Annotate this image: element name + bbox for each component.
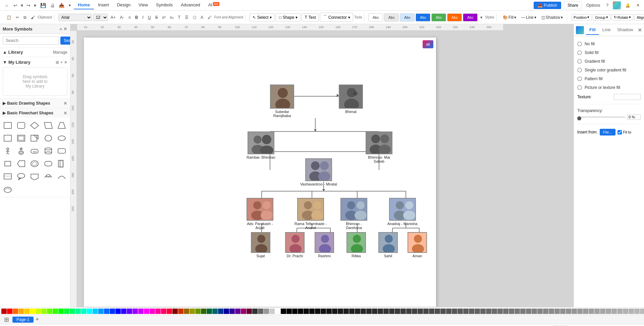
line-button[interactable]: — Line ▾	[519, 14, 538, 20]
color-swatch[interactable]	[1, 309, 7, 314]
nav-design[interactable]: Design	[113, 1, 135, 9]
color-swatch[interactable]	[440, 309, 446, 314]
color-swatch[interactable]	[110, 309, 115, 314]
color-swatch[interactable]	[258, 309, 263, 314]
save-button[interactable]: 💾	[39, 2, 47, 9]
close-library-button[interactable]: ✕	[64, 60, 67, 65]
redo-dropdown[interactable]: ▾	[33, 2, 38, 9]
color-swatch[interactable]	[412, 309, 417, 314]
font-family-select[interactable]: Arial	[58, 14, 92, 21]
align-button[interactable]: ≡	[127, 14, 132, 21]
list-button[interactable]: ☰	[183, 14, 190, 21]
color-swatch[interactable]	[577, 309, 583, 314]
new-library-button[interactable]: ⊞	[56, 60, 59, 65]
color-swatch[interactable]	[98, 309, 104, 314]
color-swatch[interactable]	[286, 309, 292, 314]
color-swatch[interactable]	[161, 309, 166, 314]
color-swatch[interactable]	[463, 309, 469, 314]
color-swatch[interactable]	[554, 309, 560, 314]
color-swatch[interactable]	[617, 309, 623, 314]
color-swatch[interactable]	[532, 309, 537, 314]
basic-flowchart-shapes-header[interactable]: ▶ Basic Flowchart Shapes ✕	[0, 108, 70, 118]
shape-tool-button[interactable]: □ Shape ▾	[276, 13, 301, 21]
nav-advanced[interactable]: Advanced	[177, 1, 204, 9]
shape-cloud[interactable]	[43, 171, 54, 182]
shape-parallelogram[interactable]	[43, 120, 54, 131]
font-color-button[interactable]: A	[199, 14, 205, 21]
color-swatch[interactable]	[583, 309, 588, 314]
color-swatch[interactable]	[515, 309, 520, 314]
shape-parallelogram2[interactable]	[2, 132, 13, 144]
color-swatch[interactable]	[224, 309, 229, 314]
shape-bracket[interactable]	[2, 158, 13, 169]
style-sample-1[interactable]: Abc	[368, 13, 383, 21]
select-tool-button[interactable]: ↖ Select ▾	[250, 13, 275, 21]
color-swatch[interactable]	[452, 309, 457, 314]
page-tab-1[interactable]: Page-1	[12, 317, 34, 323]
bold-button[interactable]: B	[133, 14, 140, 21]
shape-page[interactable]	[56, 158, 67, 169]
color-swatch[interactable]	[235, 309, 240, 314]
color-swatch[interactable]	[623, 309, 628, 314]
style-sample-4[interactable]: Abc	[416, 13, 430, 21]
color-swatch[interactable]	[406, 309, 412, 314]
share-export-button[interactable]: 📤	[57, 2, 66, 9]
color-swatch[interactable]	[549, 309, 554, 314]
format-painter-button[interactable]: 🖌	[29, 14, 37, 21]
texture-input[interactable]	[614, 94, 641, 100]
style-sample-5[interactable]: Abc	[431, 13, 446, 21]
more-actions-button[interactable]: ▾	[67, 2, 72, 9]
undo-dropdown[interactable]: ▾	[19, 2, 24, 9]
style-sample-7[interactable]: Abc	[463, 13, 478, 21]
canvas-white-area[interactable]: nl	[84, 38, 436, 307]
no-fill-option[interactable]: No fill	[577, 40, 641, 48]
color-swatch[interactable]	[492, 309, 497, 314]
add-to-library-button[interactable]: +	[60, 60, 63, 65]
color-swatch[interactable]	[304, 309, 309, 314]
tab-line[interactable]: Line	[599, 25, 614, 35]
my-library-title[interactable]: ▼ My Library	[3, 60, 31, 65]
color-swatch[interactable]	[589, 309, 594, 314]
pattern-fill-option[interactable]: Pattern fill	[577, 74, 641, 83]
color-swatch[interactable]	[435, 309, 440, 314]
shape-double-arc[interactable]	[2, 183, 13, 195]
color-swatch[interactable]	[349, 309, 355, 314]
color-swatch[interactable]	[326, 309, 332, 314]
color-swatch[interactable]	[7, 309, 12, 314]
color-swatch[interactable]	[361, 309, 366, 314]
font-increase-button[interactable]: A+	[109, 14, 117, 21]
color-swatch[interactable]	[201, 309, 206, 314]
color-swatch[interactable]	[172, 309, 178, 314]
shape-callout-oval[interactable]	[15, 171, 27, 182]
color-swatch[interactable]	[155, 309, 161, 314]
color-swatch[interactable]	[429, 309, 434, 314]
basic-drawing-shapes-header[interactable]: ▶ Basic Drawing Shapes ✕	[0, 99, 70, 108]
notifications-button[interactable]: 🔔	[624, 2, 632, 9]
file-button[interactable]: File...	[600, 129, 615, 135]
text-tool-button[interactable]: T Text	[302, 13, 319, 21]
color-swatch[interactable]	[207, 309, 212, 314]
rotate-button[interactable]: ↻ Rotate▾	[611, 14, 633, 20]
color-swatch[interactable]	[378, 309, 383, 314]
color-swatch[interactable]	[395, 309, 400, 314]
color-swatch[interactable]	[338, 309, 343, 314]
styles-more-button[interactable]: ▾	[479, 14, 484, 21]
close-flowchart-shapes-button[interactable]: ✕	[63, 110, 67, 116]
color-swatch[interactable]	[184, 309, 189, 314]
style-sample-6[interactable]: Abc	[447, 13, 462, 21]
transparency-slider[interactable]	[577, 114, 641, 120]
color-swatch[interactable]	[343, 309, 349, 314]
shape-person[interactable]	[2, 145, 13, 157]
color-swatch[interactable]	[264, 309, 269, 314]
canvas-area[interactable]: 10 20 30 40 50 60 70 80 90 100 110 120 1…	[70, 24, 574, 307]
shape-rounded-rect2[interactable]	[43, 158, 54, 169]
style-sample-2[interactable]: Abc	[384, 13, 399, 21]
shape-rect-rounded-left[interactable]	[56, 145, 67, 157]
color-swatch[interactable]	[520, 309, 526, 314]
color-swatch[interactable]	[446, 309, 451, 314]
color-swatch[interactable]	[383, 309, 389, 314]
shape-trapezoid[interactable]	[56, 120, 67, 131]
nav-symbols[interactable]: Symbols	[152, 1, 177, 9]
share-button[interactable]: Share	[564, 1, 582, 9]
gradient-fill-option[interactable]: Gradient fill	[577, 57, 641, 66]
